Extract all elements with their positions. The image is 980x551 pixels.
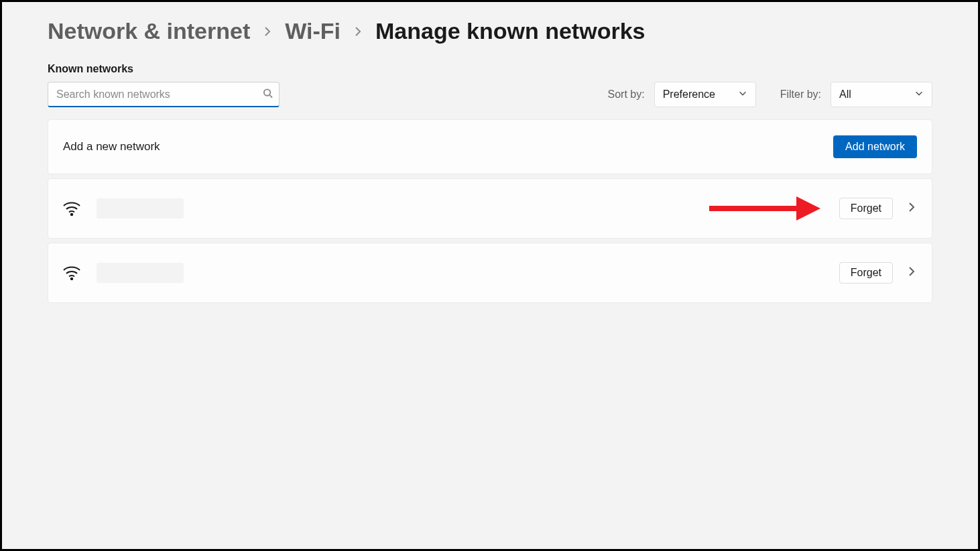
sort-by-label: Sort by: [608, 88, 645, 101]
network-row[interactable]: Forget [48, 243, 932, 303]
chevron-right-icon[interactable] [906, 202, 917, 215]
svg-point-0 [264, 89, 270, 95]
search-input[interactable] [48, 82, 280, 107]
search-wrap [48, 82, 280, 107]
breadcrumb-wifi[interactable]: Wi-Fi [285, 18, 341, 44]
add-network-card: Add a new network Add network [48, 119, 932, 174]
filter-dropdown[interactable]: All [831, 82, 932, 107]
wifi-icon [63, 265, 80, 280]
network-name-redacted [97, 263, 184, 283]
chevron-down-icon [738, 88, 747, 101]
svg-point-3 [71, 278, 72, 280]
forget-button[interactable]: Forget [839, 262, 893, 284]
breadcrumb: Network & internet Wi-Fi Manage known ne… [48, 18, 932, 44]
search-icon [263, 88, 273, 101]
add-network-text: Add a new network [63, 140, 160, 154]
network-name-redacted [97, 198, 184, 219]
chevron-right-icon[interactable] [906, 266, 917, 280]
forget-button[interactable]: Forget [839, 198, 893, 219]
known-networks-label: Known networks [48, 63, 932, 75]
sort-dropdown[interactable]: Preference [654, 82, 756, 107]
annotation-arrow [709, 196, 820, 221]
add-network-button[interactable]: Add network [833, 135, 917, 158]
network-row[interactable]: Forget [48, 178, 932, 239]
breadcrumb-network-internet[interactable]: Network & internet [48, 18, 250, 44]
sort-selected: Preference [663, 88, 715, 101]
svg-line-1 [269, 95, 272, 98]
chevron-right-icon [353, 26, 363, 37]
chevron-right-icon [262, 26, 273, 37]
svg-point-2 [71, 214, 72, 215]
filter-by-label: Filter by: [780, 88, 821, 101]
chevron-down-icon [914, 88, 924, 101]
filter-selected: All [839, 88, 851, 101]
breadcrumb-current: Manage known networks [375, 18, 645, 44]
wifi-icon [63, 201, 80, 216]
